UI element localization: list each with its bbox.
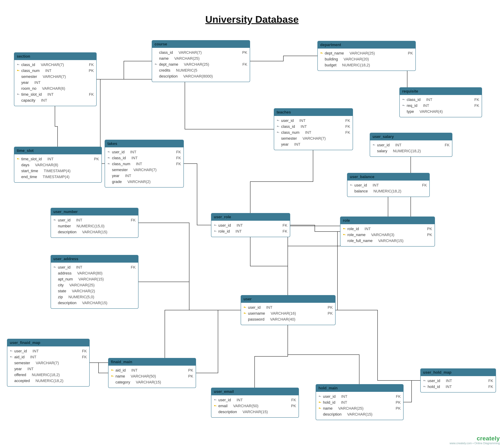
column-type: VARCHAR(25) — [349, 51, 375, 56]
column-type: VARCHAR(7) — [179, 50, 202, 55]
column-row: semester VARCHAR(7) — [108, 167, 181, 173]
svg-rect-92 — [321, 396, 321, 397]
column-name: class_id — [407, 97, 420, 102]
connection-line — [255, 325, 288, 388]
table-header: time_slot — [14, 147, 102, 154]
column-role: FK — [291, 398, 296, 402]
column-name: description — [58, 301, 76, 305]
column-role: PK — [396, 406, 401, 411]
foreign-key-icon — [318, 394, 321, 399]
table-body: time_slot_id INT PKdays VARCHAR(8)start_… — [14, 154, 102, 182]
column-type: VARCHAR(15) — [82, 230, 108, 234]
primary-key-icon — [111, 368, 114, 373]
column-row: apt_num VARCHAR(15) — [53, 276, 136, 282]
table-user_salary[interactable]: user_salaryuser_id INT FKsalary NUMERIC(… — [370, 133, 452, 157]
table-teaches[interactable]: teachesuser_id INT FKclass_id INT FKclas… — [274, 108, 353, 150]
column-name: user_id — [377, 143, 390, 147]
column-type: VARCHAR(7) — [43, 74, 66, 79]
table-time_slot[interactable]: time_slottime_slot_id INT PKdays VARCHAR… — [14, 147, 102, 183]
column-name: semester — [21, 74, 37, 79]
column-name: apt_num — [58, 277, 73, 281]
column-row: aid_id INT FK — [10, 354, 87, 360]
table-department[interactable]: departmentdept_name VARCHAR(25) PKbuildi… — [317, 41, 416, 71]
foreign-key-icon — [402, 103, 405, 108]
column-row: class_num INT PK — [17, 68, 94, 74]
column-role: PK — [291, 404, 296, 408]
column-name: room_no — [21, 86, 36, 91]
page-title: University Database — [0, 14, 504, 25]
brand-footer: creately www.creately.com • Online Diagr… — [450, 435, 500, 445]
column-row: state VARCHAR(2) — [53, 288, 136, 294]
column-name: req_id — [407, 103, 417, 108]
column-type: INT — [45, 68, 51, 73]
column-name: aid_id — [14, 355, 25, 359]
column-type: INT — [131, 156, 138, 160]
column-row: capacity INT — [17, 97, 94, 103]
primary-key-icon — [343, 227, 346, 231]
table-role[interactable]: rolerole_id INT PKrole_name VARCHAR(3) P… — [340, 216, 435, 247]
table-user_balance[interactable]: user_balanceuser_id INT FKbalance NUMERI… — [347, 173, 430, 197]
column-row: class_id VARCHAR(7) PK — [155, 50, 247, 56]
column-type: VARCHAR(3) — [371, 233, 394, 237]
primary-key-icon — [320, 51, 323, 56]
column-name: name — [323, 406, 333, 411]
column-row: city VARCHAR(25) — [53, 282, 136, 288]
column-name: balance — [354, 189, 368, 194]
column-name: hold_id — [323, 400, 335, 405]
column-type: INT — [76, 265, 82, 270]
table-header: user_balance — [347, 173, 429, 180]
column-role: FK — [82, 355, 87, 359]
table-finaid_main[interactable]: finaid_mainaid_id INT PKname VARCHAR(50)… — [108, 358, 196, 388]
column-row: class_id INT FK — [277, 124, 350, 130]
table-user_email[interactable]: user_emailuser_id INT FKemail VARCHAR(50… — [211, 388, 299, 418]
svg-rect-68 — [246, 307, 246, 308]
column-type: NUMERIC(5,0) — [68, 295, 94, 299]
column-row: accepted NUMERIC(18,2) — [10, 378, 87, 384]
table-requisite[interactable]: requisiteclass_id INT FKreq_id INT FKtyp… — [399, 87, 482, 117]
column-row: offered NUMERIC(18,2) — [10, 372, 87, 378]
table-body: dept_name VARCHAR(25) PKbuilding VARCHAR… — [318, 49, 415, 71]
column-row: user_id INT FK — [318, 394, 401, 400]
column-name: number — [58, 224, 71, 228]
table-hold_main[interactable]: hold_mainuser_id INT FKhold_id INT PKnam… — [316, 384, 404, 420]
column-role: FK — [82, 349, 87, 353]
foreign-key-icon — [108, 150, 110, 154]
column-type: NUMERIC(18,2) — [342, 63, 370, 67]
table-user_finaid_map[interactable]: user_finaid_mapuser_id INT FKaid_id INT … — [7, 339, 90, 387]
table-header: user — [241, 295, 335, 303]
table-user_address[interactable]: user_addressuser_id INT FKaddress VARCHA… — [51, 255, 139, 309]
column-row: address VARCHAR(80) — [53, 270, 136, 276]
table-user_role[interactable]: user_roleuser_id INT FKrole_id INT FK — [211, 213, 290, 237]
connection-line — [335, 232, 340, 310]
column-row: class_id VARCHAR(7) FK — [17, 62, 94, 68]
column-row: dept_name VARCHAR(25) PK — [320, 50, 413, 56]
column-name: credits — [159, 68, 170, 73]
column-role: FK — [283, 223, 288, 228]
table-user_number[interactable]: user_numberuser_id INT FKnumber NUMERIC(… — [51, 208, 139, 238]
svg-rect-26 — [109, 152, 110, 153]
svg-rect-59 — [345, 229, 345, 230]
column-name: class_num — [21, 68, 40, 73]
column-type: INT — [294, 142, 300, 147]
column-name: year — [21, 80, 29, 85]
column-role: FK — [488, 379, 493, 383]
column-name: description — [159, 74, 178, 78]
table-user_hold_map[interactable]: user_hold_mapuser_id INT FKhold_id INT F… — [420, 369, 496, 392]
column-name: class_id — [159, 50, 173, 55]
table-course[interactable]: courseclass_id VARCHAR(7) PKname VARCHAR… — [152, 40, 250, 82]
table-section[interactable]: sectionclass_id VARCHAR(7) FKclass_num I… — [14, 52, 97, 106]
connection-line — [335, 310, 420, 380]
column-name: dept_name — [159, 62, 178, 67]
column-type: VARCHAR(25) — [338, 406, 363, 411]
table-takes[interactable]: takesuser_id INT FKclass_id INT FKclass_… — [105, 140, 184, 188]
column-type: NUMERIC(18,2) — [393, 149, 421, 153]
column-row: balance NUMERIC(18,2) — [350, 188, 427, 194]
column-name: class_id — [281, 124, 295, 129]
column-row: user_id INT FK — [277, 118, 350, 124]
table-user[interactable]: useruser_id INT PKusername VARCHAR(16) P… — [241, 295, 336, 325]
column-name: hold_id — [428, 385, 440, 389]
column-role: FK — [445, 143, 450, 147]
column-row: description VARCHAR(15) — [53, 300, 136, 306]
column-type: INT — [47, 92, 54, 97]
column-name: user_id — [248, 305, 261, 310]
